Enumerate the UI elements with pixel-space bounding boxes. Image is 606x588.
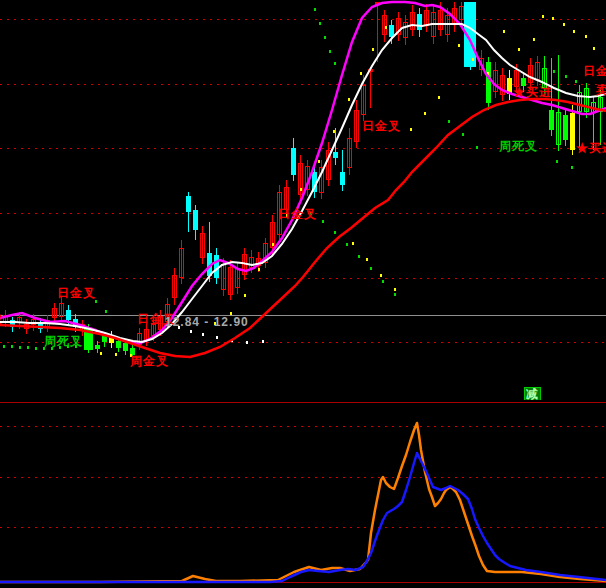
indicator-orange — [0, 423, 606, 582]
sub-chart[interactable] — [0, 400, 606, 588]
price-range-label: 12.84 - 12.90 — [165, 316, 249, 329]
buy-signal-label: ★买进 — [513, 86, 552, 99]
daily-golden-cross-label: 日金叉 — [362, 120, 401, 133]
main-chart[interactable]: 日金叉周死叉周金叉日金叉12.84 - 12.90日金叉日金叉★买进周死叉★买进… — [0, 0, 606, 400]
reduce-label: 减 — [524, 387, 541, 400]
weekly-death-cross-label: 周死叉 — [44, 335, 83, 348]
weekly-golden-cross-label: 周金叉 — [130, 355, 169, 368]
daily-golden-cross-label: 日金叉 — [57, 287, 96, 300]
indicator-blue — [0, 453, 606, 582]
weekly-death-cross-label: 周死叉 — [499, 140, 538, 153]
buy-signal-label: ★买进 — [576, 142, 606, 155]
clipped-cross-label: 叉 — [0, 314, 5, 327]
ma-lines-overlay — [0, 0, 606, 400]
daily-golden-cross-label: 日金叉 — [583, 65, 606, 78]
sell-signal-label: 卖出 — [596, 84, 606, 97]
slow-ma-red — [0, 99, 606, 357]
chart-window: 日金叉周死叉周金叉日金叉12.84 - 12.90日金叉日金叉★买进周死叉★买进… — [0, 0, 606, 588]
daily-golden-cross-label: 日金叉 — [278, 208, 317, 221]
indicator-lines-overlay — [0, 400, 606, 588]
